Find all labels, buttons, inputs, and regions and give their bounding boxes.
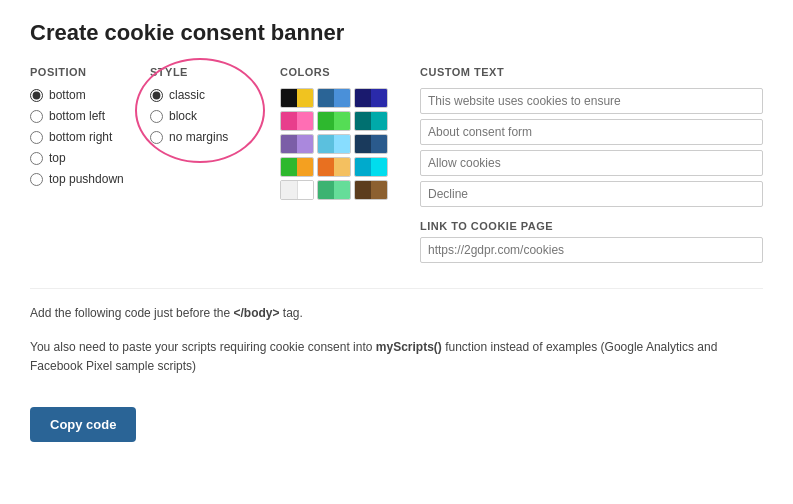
position-bottom[interactable]: bottom xyxy=(30,88,130,102)
position-top[interactable]: top xyxy=(30,151,130,165)
position-top-pushdown[interactable]: top pushdown xyxy=(30,172,130,186)
color-swatch[interactable] xyxy=(354,134,388,154)
color-swatch[interactable] xyxy=(280,157,314,177)
custom-text-label: CUSTOM TEXT xyxy=(420,66,763,78)
color-swatch[interactable] xyxy=(354,157,388,177)
instruction-line-2: You also need to paste your scripts requ… xyxy=(30,338,763,376)
custom-text-field-2[interactable] xyxy=(420,119,763,145)
color-swatch[interactable] xyxy=(317,111,351,131)
colors-section: COLORS xyxy=(280,66,400,268)
position-label: POSITION xyxy=(30,66,130,78)
color-swatch[interactable] xyxy=(317,88,351,108)
custom-text-field-3[interactable] xyxy=(420,150,763,176)
position-bottom-left[interactable]: bottom left xyxy=(30,109,130,123)
link-to-cookie-page-input[interactable] xyxy=(420,237,763,263)
color-swatch[interactable] xyxy=(280,111,314,131)
style-no-margins[interactable]: no margins xyxy=(150,130,260,144)
style-classic[interactable]: classic xyxy=(150,88,260,102)
color-swatch[interactable] xyxy=(280,134,314,154)
bottom-section: Add the following code just before the <… xyxy=(30,288,763,442)
style-section: STYLE classic block no margins xyxy=(150,66,260,268)
color-swatch[interactable] xyxy=(317,134,351,154)
colors-label: COLORS xyxy=(280,66,400,78)
position-bottom-right[interactable]: bottom right xyxy=(30,130,130,144)
color-swatch[interactable] xyxy=(317,157,351,177)
color-swatch[interactable] xyxy=(280,180,314,200)
color-swatch[interactable] xyxy=(354,180,388,200)
custom-text-section: CUSTOM TEXT LINK TO COOKIE PAGE xyxy=(420,66,763,268)
page-title: Create cookie consent banner xyxy=(30,20,763,46)
color-swatch[interactable] xyxy=(280,88,314,108)
color-grid xyxy=(280,88,400,200)
instruction-line-1: Add the following code just before the <… xyxy=(30,304,763,323)
style-label: STYLE xyxy=(150,66,260,78)
custom-text-field-4[interactable] xyxy=(420,181,763,207)
style-block[interactable]: block xyxy=(150,109,260,123)
copy-code-button[interactable]: Copy code xyxy=(30,407,136,442)
position-section: POSITION bottom bottom left bottom right… xyxy=(30,66,130,268)
link-to-cookie-page-label: LINK TO COOKIE PAGE xyxy=(420,220,763,232)
custom-text-field-1[interactable] xyxy=(420,88,763,114)
color-swatch[interactable] xyxy=(354,88,388,108)
color-swatch[interactable] xyxy=(317,180,351,200)
color-swatch[interactable] xyxy=(354,111,388,131)
